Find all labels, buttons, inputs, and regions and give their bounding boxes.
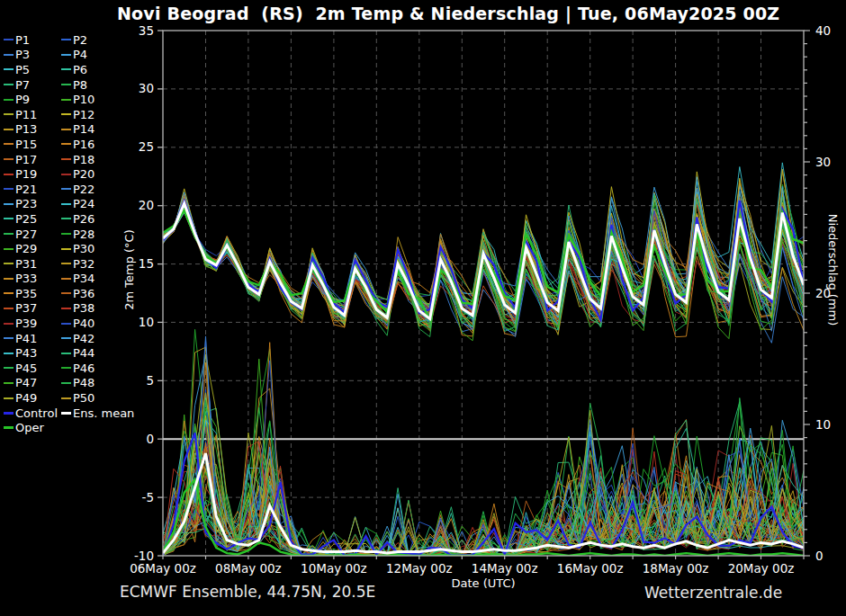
precip-tick-label: 30 xyxy=(815,155,831,169)
temp-tick-label: -5 xyxy=(142,490,154,504)
precip-axis-title: Niederschlag (mm) xyxy=(825,180,840,360)
x-axis-title: Date (UTC) xyxy=(393,576,573,590)
temp-tick-label: 30 xyxy=(139,81,154,95)
date-tick-label: 08May 00z xyxy=(215,561,282,576)
site-caption: Wetterzentrale.de xyxy=(644,584,782,602)
temp-tick-label: 25 xyxy=(139,139,154,154)
date-tick-label: 12May 00z xyxy=(386,561,453,576)
data-lines-group xyxy=(163,163,804,556)
temp-tick-label: 10 xyxy=(139,315,154,329)
date-tick-label: 18May 00z xyxy=(643,561,709,576)
precip-tick-label: 0 xyxy=(815,549,824,563)
temp-tick-label: 35 xyxy=(139,23,154,38)
date-tick-label: 10May 00z xyxy=(301,561,367,576)
date-tick-label: 06May 00z xyxy=(130,561,196,576)
date-tick-label: 20May 00z xyxy=(728,561,795,576)
precip-tick-label: 40 xyxy=(815,23,831,38)
temp-axis-title: 2m Temp (°C) xyxy=(122,180,137,360)
date-tick-label: 14May 00z xyxy=(472,561,538,576)
temp-tick-label: 5 xyxy=(146,373,154,388)
temp-tick-label: 15 xyxy=(139,256,154,271)
ensemble-meteogram-page: Novi Beograd (RS) 2m Temp & Niederschlag… xyxy=(0,0,846,616)
model-caption: ECMWF Ensemble, 44.75N, 20.5E xyxy=(120,583,375,601)
temp-tick-label: 20 xyxy=(139,198,154,212)
precip-tick-label: 10 xyxy=(815,417,831,432)
ensemble-member-temp-line xyxy=(163,208,804,336)
temp-tick-label: 0 xyxy=(146,432,154,446)
date-tick-label: 16May 00z xyxy=(557,561,624,576)
